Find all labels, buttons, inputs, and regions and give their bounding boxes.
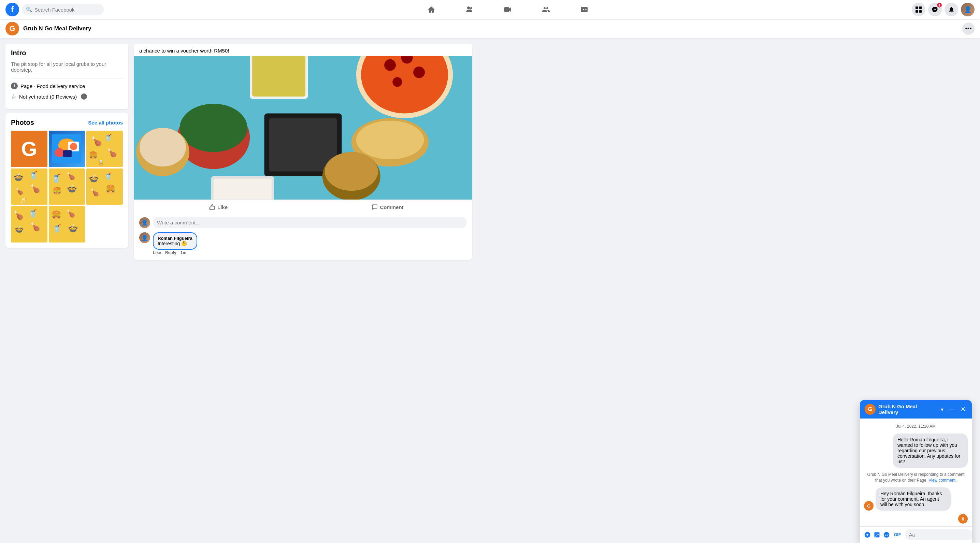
photo-cell-pattern-4[interactable]: 🍲🥤 🍗🍔: [86, 168, 123, 205]
rating-info-icon: i: [81, 94, 87, 100]
messenger-btn-wrap: 1: [928, 3, 942, 16]
svg-text:🍔: 🍔: [51, 210, 61, 220]
svg-rect-17: [63, 150, 72, 157]
search-input[interactable]: [35, 7, 100, 13]
svg-text:🍗: 🍗: [91, 136, 103, 147]
svg-point-53: [384, 59, 396, 71]
svg-point-66: [325, 152, 378, 191]
photos-grid: G 🍗🥤 🍔🍗: [11, 131, 123, 243]
post-actions: Like Comment: [134, 200, 472, 214]
page-name: Grub N Go Meal Delivery: [23, 25, 91, 32]
comment-content: Román Filgueira Interesting 🤔 Like Reply…: [153, 232, 197, 256]
comment-reply-action[interactable]: Reply: [165, 250, 177, 255]
comment-meta: Like Reply 1m: [153, 250, 197, 256]
svg-point-6: [585, 9, 586, 10]
svg-text:🍔: 🍔: [89, 151, 98, 160]
intro-divider: [11, 78, 123, 78]
facebook-logo[interactable]: f: [5, 3, 19, 16]
svg-point-56: [392, 77, 402, 87]
comment-like-action[interactable]: Like: [153, 250, 161, 255]
apps-grid-button[interactable]: [912, 3, 925, 16]
nav-home-button[interactable]: [412, 2, 450, 18]
nav-right-controls: 1 👤: [912, 3, 975, 16]
svg-text:🍔: 🍔: [105, 184, 116, 194]
svg-text:🥤: 🥤: [28, 210, 38, 218]
comment-author: Román Filgueira: [158, 236, 192, 241]
like-button[interactable]: Like: [134, 201, 303, 213]
svg-text:🍗: 🍗: [66, 171, 75, 181]
svg-point-7: [586, 10, 587, 10]
svg-rect-2: [504, 7, 509, 12]
post-image: [134, 56, 472, 200]
intro-card: Intro The pit stop for all your local gr…: [5, 44, 128, 109]
photo-cell-pattern-2[interactable]: 🍲🥤 🍗🍗 🥂: [11, 168, 48, 205]
svg-point-55: [413, 67, 425, 78]
svg-point-64: [356, 121, 424, 159]
photo-cell-food[interactable]: [49, 131, 85, 167]
search-bar[interactable]: 🔍: [22, 4, 104, 15]
nav-groups-button[interactable]: [527, 2, 565, 18]
nav-friends-button[interactable]: [450, 2, 488, 18]
comment-time: 1m: [180, 250, 186, 255]
page-icon: G: [5, 22, 19, 35]
nav-video-button[interactable]: [488, 2, 527, 18]
svg-text:🥤: 🥤: [105, 172, 113, 180]
photos-card: Photos See all photos G: [5, 113, 128, 248]
svg-rect-11: [919, 10, 922, 13]
center-feed: a chance to win a voucher worth RM50!: [134, 44, 472, 260]
svg-rect-10: [915, 10, 918, 13]
svg-rect-58: [252, 56, 305, 97]
post-voucher-text: a chance to win a voucher worth RM50!: [134, 44, 472, 56]
svg-point-16: [70, 143, 77, 150]
svg-text:🥤: 🥤: [29, 170, 38, 179]
svg-text:🥤: 🥤: [52, 224, 61, 233]
svg-text:🍔: 🍔: [52, 187, 61, 195]
star-icon: ☆: [11, 93, 16, 100]
svg-text:🍲: 🍲: [89, 173, 99, 183]
left-sidebar: Intro The pit stop for all your local gr…: [5, 44, 128, 260]
photo-cell-pattern-6[interactable]: 🍔🍗 🥤🍲: [49, 206, 85, 243]
messenger-nav-button[interactable]: 1: [928, 3, 942, 16]
comment-bubble: Román Filgueira Interesting 🤔: [153, 232, 197, 250]
comment-row: 👤 Román Filgueira Interesting 🤔 Like Rep…: [139, 231, 467, 257]
like-label: Like: [217, 204, 228, 210]
svg-point-0: [467, 6, 470, 9]
logo-letter: f: [11, 5, 14, 14]
comment-text: Interesting 🤔: [158, 241, 192, 246]
nav-icons-group: [107, 2, 909, 18]
page-header-bar: G Grub N Go Meal Delivery •••: [0, 19, 980, 38]
svg-text:🍲: 🍲: [68, 224, 78, 233]
comment-button[interactable]: Comment: [303, 201, 472, 213]
user-avatar[interactable]: 👤: [961, 3, 975, 16]
svg-text:🍗: 🍗: [30, 183, 40, 193]
photo-cell-pattern-1[interactable]: 🍗🥤 🍔🍗 🥫: [86, 131, 123, 167]
svg-text:🍗: 🍗: [107, 148, 117, 157]
page-type-text: Page · Food delivery service: [21, 83, 85, 89]
messenger-badge: 1: [936, 2, 942, 8]
nav-gaming-button[interactable]: [565, 2, 603, 18]
post-card: a chance to win a voucher worth RM50!: [134, 44, 472, 260]
svg-text:🍗: 🍗: [66, 210, 75, 218]
photos-header: Photos See all photos: [11, 119, 123, 127]
svg-text:🍲: 🍲: [15, 225, 24, 233]
intro-rating-item: ☆ Not yet rated (0 Reviews) i: [11, 93, 123, 100]
main-container: Intro The pit stop for all your local gr…: [0, 38, 478, 265]
current-user-avatar: 👤: [139, 217, 150, 228]
photo-cell-pattern-3[interactable]: 🥤🍗 🍔🍲: [49, 168, 85, 205]
svg-text:🥤: 🥤: [105, 134, 113, 141]
rating-text: Not yet rated (0 Reviews): [19, 94, 77, 100]
photos-title: Photos: [11, 119, 34, 127]
see-all-photos-button[interactable]: See all photos: [88, 120, 123, 125]
svg-text:🍗: 🍗: [13, 210, 24, 220]
svg-point-70: [140, 128, 186, 167]
comment-input-row: 👤: [139, 217, 467, 228]
notifications-button[interactable]: [945, 3, 958, 16]
more-options-button[interactable]: •••: [962, 22, 975, 35]
comment-input[interactable]: [153, 217, 467, 228]
intro-page-type-item: i Page · Food delivery service: [11, 83, 123, 89]
photo-cell-pattern-5[interactable]: 🍗🥤 🍲🍗: [11, 206, 48, 243]
photo-cell-logo[interactable]: G: [11, 131, 48, 167]
svg-rect-62: [269, 118, 337, 171]
top-navigation: f 🔍 1: [0, 0, 980, 19]
info-circle-icon: i: [11, 83, 18, 89]
